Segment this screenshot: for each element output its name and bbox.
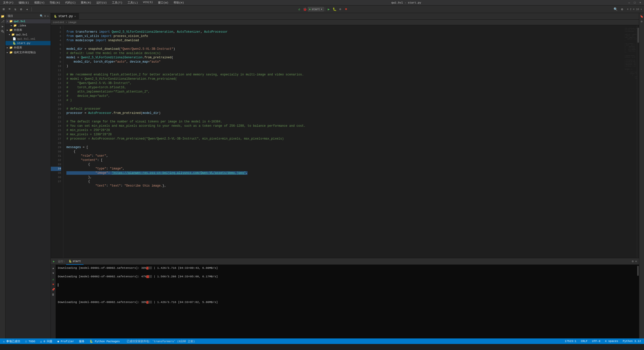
editor-scrollbar[interactable] [637, 25, 639, 258]
terminal-trash-icon[interactable]: 🗑 [51, 292, 55, 296]
toolbar-separator-2 [325, 7, 325, 11]
project-label: qw2.5vl [14, 20, 25, 23]
activity-project[interactable]: 📁 [1, 14, 5, 19]
sidebar-icon-search[interactable]: 🔍 [40, 14, 43, 18]
menu-file[interactable]: 文件(F) [2, 1, 15, 5]
activity-commit[interactable]: ⎇ [1, 19, 5, 24]
status-python-packages[interactable]: 🐍 Python Packages [89, 340, 121, 343]
window-controls[interactable]: — □ × [627, 1, 642, 5]
status-position[interactable]: 17523:1 [564, 340, 577, 343]
activity-plugins[interactable]: 🔌 [1, 29, 5, 34]
toolbar-debug-icon[interactable]: 🐞 [302, 7, 308, 12]
tab-close-icon[interactable]: ✕ [74, 15, 76, 18]
toolbar-left-group: ⊞ ≡ ⇅ ⚙ ◂ [1, 7, 30, 12]
main-layout: 📁 ⎇ ▶ 🔌 项目 🔍 ⚙ ◂ ▾ 📁 qw2.5vl ▸ 📁 .idea ▸ [0, 13, 644, 338]
menu-refactor[interactable]: 重构(R) [80, 1, 92, 5]
sidebar-item-idea[interactable]: ▸ 📁 .idea [6, 23, 51, 28]
terminal-suffix-1: | 1.426/3.716 [04:33<00:43, 6.08MB/s] [152, 266, 218, 270]
sidebar-item-temp[interactable]: ▸ 📁 临时文件和控制台 [6, 50, 51, 55]
toolbar-settings-icon[interactable]: ⚙ [18, 7, 24, 12]
menu-tools2[interactable]: 工具(L) [127, 1, 139, 5]
menu-vcs[interactable]: VCS(S) [142, 1, 154, 5]
menu-nav[interactable]: 导航(N) [49, 1, 61, 5]
sidebar-icon-collapse[interactable]: ◂ [47, 14, 49, 18]
status-encoding[interactable]: UTF-8 [591, 340, 601, 343]
toolbar-rerun-icon[interactable]: ↺ [296, 7, 302, 12]
terminal-content[interactable]: Downloading [model-00001-of-00002.safete… [56, 265, 637, 338]
terminal-scroll-down-icon[interactable]: ▼ [51, 271, 55, 275]
status-indent[interactable]: 4 spaces [604, 340, 619, 343]
external-chevron-icon: ▸ [7, 28, 8, 32]
toolbar-sort-icon[interactable]: ⇅ [13, 7, 18, 12]
bottom-run-icon[interactable]: ▶ [52, 259, 56, 264]
terminal-scrollbar[interactable] [637, 265, 639, 338]
maximize-button[interactable]: □ [633, 1, 636, 5]
tab-label: start.py [58, 15, 73, 18]
code-content[interactable]: from transformers import Qwen2_5_VLForCo… [63, 25, 617, 258]
menu-window[interactable]: 窗口(W) [157, 1, 170, 5]
external2-label: 外部库 [14, 46, 22, 50]
toolbar-collapse-icon[interactable]: ◂ [24, 7, 30, 12]
status-event-text: 事项已成功 [6, 340, 20, 343]
bottom-tab-start[interactable]: 🐍 start [66, 258, 84, 265]
sidebar-item-start[interactable]: 🐍 start.py [6, 41, 51, 45]
run-config-dropdown[interactable]: ▶ start ▾ [308, 7, 324, 11]
terminal-stop-icon[interactable]: ■ [51, 282, 55, 286]
terminal-cursor [58, 283, 58, 287]
menu-tools[interactable]: 工具(T) [111, 1, 124, 5]
right-activity-settings[interactable]: ⚙ [639, 19, 644, 24]
menu-view[interactable]: 视图(V) [33, 1, 46, 5]
terminal-line-5: Downloading [model-00001-of-00002.safete… [58, 300, 635, 304]
sidebar-item-qw25vl[interactable]: ▾ 📁 qw2.5vl [6, 32, 51, 37]
menu-edit[interactable]: 编辑(E) [18, 1, 30, 5]
sidebar-item-external[interactable]: ▸ 📁 外部库 [6, 28, 51, 32]
status-event[interactable]: ⚠ 事项已成功 [2, 339, 21, 343]
menu-help[interactable]: 帮助(H) [173, 1, 185, 5]
sidebar-icon-gear[interactable]: ⚙ [44, 14, 46, 18]
toolbar-coverage-button[interactable]: ⊕ [338, 7, 343, 12]
bottom-close-area-icon[interactable]: ✕ [635, 259, 637, 263]
breadcrumb-content[interactable]: content [53, 21, 64, 24]
status-profiler[interactable]: ◉ Profiler [56, 340, 75, 343]
tab-start-py[interactable]: 🐍 start.py ✕ [51, 13, 79, 19]
minimize-button[interactable]: — [627, 1, 631, 5]
terminal-suffix-3: | 1.566/3.286 [04:33<05:00, 6.17MB/s] [152, 275, 218, 278]
sidebar-item-external2[interactable]: ▸ 📁 外部库 [6, 45, 51, 50]
bottom-tab-start-label: start [73, 260, 81, 263]
status-problems[interactable]: △ 0 问题 [39, 339, 53, 343]
toolbar-search-everywhere[interactable]: 🔍 [613, 7, 618, 12]
status-line-ending[interactable]: CRLF [580, 340, 588, 343]
close-button[interactable]: × [638, 1, 642, 5]
menu-run[interactable]: 运行(U) [95, 1, 108, 5]
breadcrumb-image[interactable]: image [68, 21, 76, 24]
code-editor[interactable]: 1 2 3 4 5 6 7 8 9 10 11 12 13 14 15 16 1 [51, 25, 639, 258]
toolbar-debug-run-button[interactable]: 🐛 [332, 7, 337, 12]
project-icon: 📁 [9, 20, 13, 23]
terminal-rerun-icon[interactable]: ↺ [51, 277, 55, 281]
toolbar-stop-button[interactable]: ■ [343, 7, 349, 12]
right-activity-bar: 🔖 ⚙ [639, 13, 644, 338]
status-services[interactable]: 服务 [78, 339, 86, 343]
menu-code[interactable]: 代码(C) [64, 1, 77, 5]
status-problems-icon: △ [40, 340, 42, 343]
external-label: 外部库 [14, 28, 22, 32]
terminal-pin-icon[interactable]: 📌 [51, 287, 55, 291]
terminal-scroll-up-icon[interactable]: ▲ [51, 266, 55, 270]
toolbar-list-icon[interactable]: ≡ [7, 7, 12, 12]
toolbar-middle-group: ↺ 🐞 ▶ start ▾ ▶ 🐛 ⊕ ■ [296, 7, 349, 12]
status-todo[interactable]: ☐ TODO [24, 340, 36, 343]
line-numbers: 1 2 3 4 5 6 7 8 9 10 11 12 13 14 15 16 1 [51, 25, 63, 258]
right-activity-bookmark[interactable]: 🔖 [639, 14, 644, 19]
bottom-tab-start-icon: 🐍 [69, 260, 72, 263]
sidebar-item-xml[interactable]: 📄 qw2.5vl.xml [6, 37, 51, 41]
bottom-settings-icon[interactable]: ⚙ [632, 259, 634, 263]
toolbar-run-button[interactable]: ▶ [326, 7, 332, 12]
sidebar-item-project[interactable]: ▾ 📁 qw2.5vl [6, 19, 51, 23]
activity-run-debug[interactable]: ▶ [1, 24, 5, 29]
status-python-version[interactable]: Python 3.12 [622, 340, 642, 343]
toolbar-settings-main[interactable]: ⚙ [619, 7, 625, 12]
external2-folder-icon: 📁 [9, 46, 13, 49]
title-bar-menus[interactable]: 文件(F) 编辑(E) 视图(V) 导航(N) 代码(C) 重构(R) 运行(U… [2, 1, 185, 5]
toolbar-project-icon[interactable]: ⊞ [1, 7, 7, 12]
sidebar-title: 项目 [8, 14, 13, 18]
